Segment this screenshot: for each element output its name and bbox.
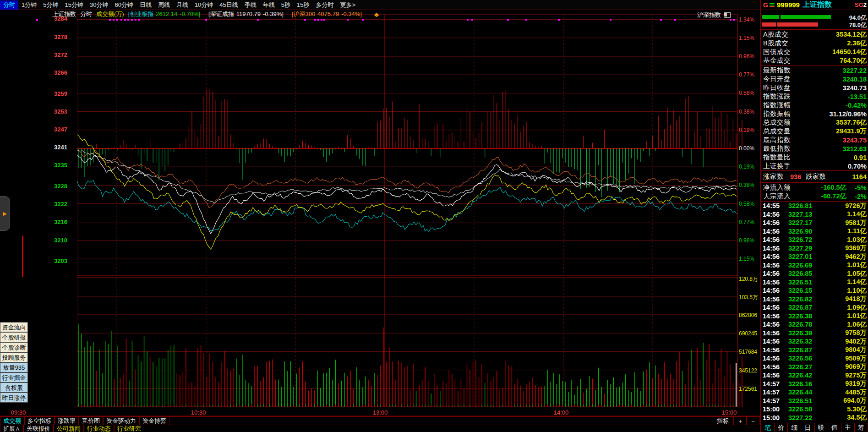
tick-row[interactable]: 14:573226.169319万: [761, 380, 868, 388]
signal-dot-icon: [733, 19, 735, 21]
period-45日线[interactable]: 45日线: [216, 0, 241, 10]
sidebar-collapse-handle[interactable]: ▶: [0, 196, 10, 231]
index-name: [创业板指: [128, 11, 154, 17]
period-多分时[interactable]: 多分时: [313, 0, 337, 10]
sell-bar-segment: [762, 22, 776, 27]
tick-row[interactable]: 14:553226.819726万: [761, 202, 868, 210]
panel-tab-细[interactable]: 细: [788, 423, 801, 432]
tick-row[interactable]: 14:563226.151.10亿: [761, 286, 868, 295]
window-split-icon[interactable]: [724, 12, 731, 18]
panel-tab-筹[interactable]: 筹: [855, 423, 868, 432]
tick-price: 3226.87: [788, 304, 830, 311]
tick-row[interactable]: 14:563226.879804万: [761, 346, 868, 355]
down-count: 1164: [852, 173, 868, 180]
signal-dot-icon: [660, 19, 662, 21]
tick-row[interactable]: 14:563226.399758万: [761, 329, 868, 338]
premarket-volume-spike: [22, 236, 23, 277]
bottom-tab-公司新闻[interactable]: 公司新闻: [54, 425, 84, 432]
bottom-tab-行业动态[interactable]: 行业动态: [84, 425, 114, 432]
period-1分钟[interactable]: 1分钟: [18, 0, 40, 10]
side-button-投顾服务[interactable]: 投顾服务: [0, 352, 28, 362]
tick-row[interactable]: 14:563226.721.03亿: [761, 235, 868, 244]
period-15分钟[interactable]: 15分钟: [61, 0, 86, 10]
chart-indicator[interactable]: 成交额(万): [96, 10, 124, 18]
period-月线[interactable]: 月线: [173, 0, 191, 10]
tick-row[interactable]: 14:563227.131.14亿: [761, 210, 868, 219]
side-button-行业掘金[interactable]: 行业掘金: [0, 372, 28, 383]
side-button-昨日涨停[interactable]: 昨日涨停: [0, 393, 28, 403]
tick-time: 14:57: [761, 388, 788, 396]
period-日线[interactable]: 日线: [136, 0, 155, 10]
period-更多>[interactable]: 更多>: [337, 0, 359, 10]
tick-row[interactable]: 14:563227.299369万: [761, 244, 868, 253]
panel-tab-联[interactable]: 联: [815, 423, 828, 432]
period-周线[interactable]: 周线: [155, 0, 173, 10]
panel-tab-笔[interactable]: 笔: [761, 423, 775, 432]
period-15秒[interactable]: 15秒: [294, 0, 312, 10]
side-button-个股研报[interactable]: 个股研报: [0, 332, 28, 342]
tick-row[interactable]: 14:563226.279069万: [761, 363, 868, 372]
price-axis-label: 3266: [31, 69, 67, 76]
panel-tab-日[interactable]: 日: [801, 423, 814, 432]
index-value: 11970.79: [236, 11, 261, 17]
tick-row[interactable]: 14:563226.691.01亿: [761, 261, 868, 270]
tick-row[interactable]: 14:563226.829418万: [761, 295, 868, 304]
tick-row[interactable]: 14:563227.179581万: [761, 219, 868, 227]
tick-row[interactable]: 14:563226.871.09亿: [761, 303, 868, 312]
period-5秒[interactable]: 5秒: [278, 0, 294, 10]
tick-row[interactable]: 14:563227.019462万: [761, 252, 868, 261]
pct-axis-label: 1.15%: [739, 256, 760, 262]
tick-row[interactable]: 14:563226.429275万: [761, 371, 868, 380]
panel-divider: [761, 29, 868, 30]
panel-tab-价[interactable]: 价: [775, 423, 788, 432]
bottom-tab-行业研究[interactable]: 行业研究: [114, 425, 144, 432]
panel-tab-值[interactable]: 值: [828, 423, 841, 432]
pct-axis-label: 0.38%: [739, 109, 760, 115]
side-button-放量935[interactable]: 放量935: [0, 362, 28, 372]
period-30分钟[interactable]: 30分钟: [87, 0, 111, 10]
bottom-tab-扩展∧[interactable]: 扩展∧: [0, 425, 23, 432]
period-分时[interactable]: 分时: [0, 0, 18, 10]
panel-tab-主[interactable]: 主: [841, 423, 855, 432]
signal-dot-icon: [257, 19, 259, 21]
pct-axis-label: 0.58%: [739, 201, 760, 207]
side-button-个股诊断[interactable]: 个股诊断: [0, 342, 28, 352]
volume-axis-label: 120.8万: [739, 275, 760, 283]
tick-row[interactable]: 14:573226.51694.0万: [761, 397, 868, 405]
tick-row[interactable]: 15:003227.2234.5亿: [761, 414, 868, 422]
tick-price: 3226.56: [788, 355, 830, 362]
tick-time: 14:57: [761, 380, 788, 388]
bottom-tabs-row2: 扩展∧关联报价公司新闻行业动态行业研究: [0, 425, 760, 432]
row-value: 2.36亿: [847, 39, 868, 48]
period-季线[interactable]: 季线: [241, 0, 260, 10]
tick-row[interactable]: 15:003226.505.30亿: [761, 405, 868, 414]
panel-row-指数涨幅: 指数涨幅-0.42%: [761, 101, 868, 109]
tick-price: 3227.13: [788, 211, 830, 218]
tick-row[interactable]: 14:563226.381.01亿: [761, 312, 868, 321]
row-label: 最低指数: [761, 144, 791, 153]
menu-icon[interactable]: [770, 3, 775, 7]
intraday-chart[interactable]: [0, 0, 760, 432]
tick-row[interactable]: 14:563226.781.06亿: [761, 320, 868, 329]
chart-mode[interactable]: 分时: [80, 10, 92, 18]
side-button-含权股[interactable]: 含权股: [0, 383, 28, 393]
tick-row[interactable]: 14:573226.444485万: [761, 388, 868, 397]
overlay-selector[interactable]: 沪深指数: [697, 11, 731, 19]
tick-row[interactable]: 14:563226.569509万: [761, 354, 868, 363]
side-button-资金流向[interactable]: 资金流向: [0, 322, 28, 332]
time-axis-label: 09:30: [5, 409, 32, 416]
tick-row[interactable]: 14:563226.901.11亿: [761, 227, 868, 236]
tick-time: 14:56: [761, 363, 788, 371]
period-5分钟[interactable]: 5分钟: [40, 0, 61, 10]
bottom-tab-关联报价[interactable]: 关联报价: [23, 425, 54, 432]
panel-row-指数量比: 指数量比0.91: [761, 153, 868, 162]
period-10分钟[interactable]: 10分钟: [191, 0, 216, 10]
volume-axis-label: 345122: [739, 367, 760, 374]
tick-row[interactable]: 14:563226.329402万: [761, 337, 868, 346]
period-年线[interactable]: 年线: [260, 0, 278, 10]
period-60分钟[interactable]: 60分钟: [111, 0, 136, 10]
tick-row[interactable]: 14:563226.511.14亿: [761, 278, 868, 287]
tick-time: 15:00: [761, 414, 788, 421]
tick-row[interactable]: 14:563226.851.05亿: [761, 269, 868, 278]
alert-icon[interactable]: ♣: [374, 11, 379, 18]
